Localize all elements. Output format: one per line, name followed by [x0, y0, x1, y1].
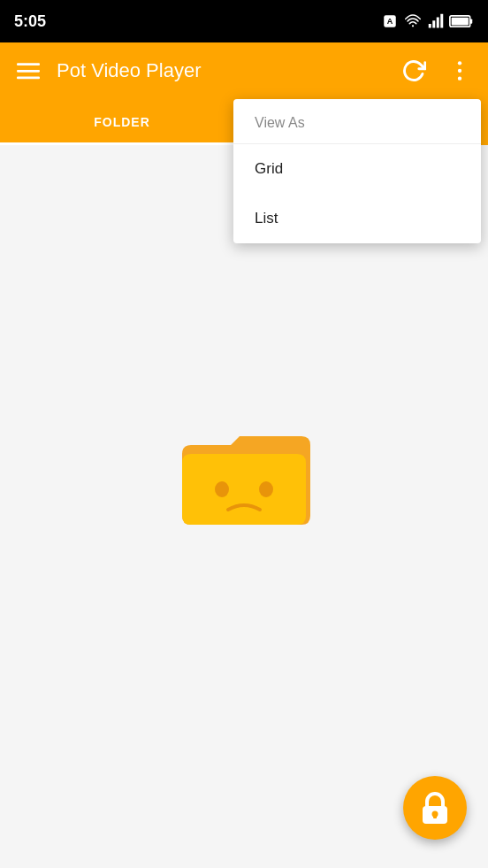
dropdown-item-list[interactable]: List: [233, 194, 481, 243]
grid-option-label: Grid: [255, 160, 283, 178]
dropdown-item-grid[interactable]: Grid: [233, 144, 481, 194]
dropdown-header: View As: [233, 99, 481, 144]
list-option-label: List: [255, 210, 278, 227]
dropdown-overlay[interactable]: View As Grid List: [0, 0, 488, 868]
dropdown-menu: View As Grid List: [233, 99, 481, 243]
